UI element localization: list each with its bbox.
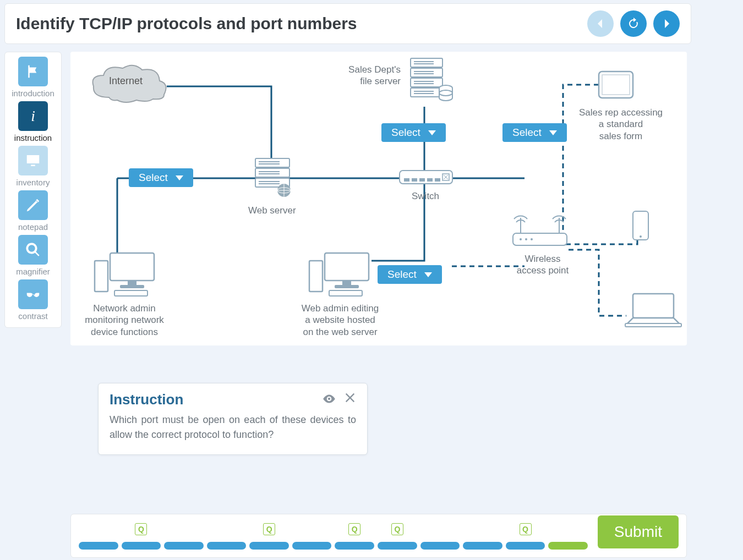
admin-pc-icon bbox=[92, 250, 159, 301]
chevron-down-icon bbox=[428, 130, 436, 135]
question-marker: Q bbox=[263, 523, 275, 535]
select-dropdown-2[interactable]: Select bbox=[381, 123, 446, 142]
svg-rect-53 bbox=[114, 290, 147, 296]
chevron-left-icon bbox=[594, 17, 607, 30]
instruction-body: Which port must be open on each of these… bbox=[110, 413, 356, 442]
internet-label: Internet bbox=[109, 75, 143, 87]
web-admin-label: Web admin editinga website hostedon the … bbox=[291, 303, 390, 338]
progress-pill bbox=[548, 542, 588, 550]
progress-segment[interactable] bbox=[548, 525, 588, 550]
tablet-icon bbox=[597, 69, 635, 102]
svg-point-46 bbox=[640, 235, 642, 238]
web-server-icon bbox=[252, 156, 296, 202]
svg-rect-49 bbox=[110, 253, 154, 281]
chevron-down-icon bbox=[424, 272, 432, 277]
svg-rect-1 bbox=[255, 158, 289, 167]
sidebar-item-label: introduction bbox=[12, 89, 54, 98]
svg-rect-30 bbox=[412, 178, 417, 182]
footer: QQQQQ Submit bbox=[70, 514, 687, 558]
progress-pill bbox=[292, 542, 332, 550]
flag-icon bbox=[25, 63, 41, 80]
svg-rect-31 bbox=[419, 178, 425, 182]
sidebar-item-label: contrast bbox=[18, 311, 47, 321]
progress-segment[interactable]: Q bbox=[378, 525, 417, 550]
progress-pill bbox=[378, 542, 417, 550]
progress-segment[interactable]: Q bbox=[122, 525, 161, 550]
svg-rect-32 bbox=[427, 178, 433, 182]
progress-segment[interactable]: Q bbox=[506, 525, 545, 550]
back-button[interactable] bbox=[587, 10, 614, 37]
wireless-ap-icon bbox=[510, 211, 570, 257]
progress-pill bbox=[335, 542, 374, 550]
svg-rect-48 bbox=[625, 323, 681, 327]
progress-segment[interactable] bbox=[463, 525, 502, 550]
pencil-icon bbox=[25, 197, 41, 213]
sidebar-item-label: inventory bbox=[17, 178, 50, 187]
progress-segment[interactable] bbox=[164, 525, 204, 550]
svg-rect-51 bbox=[120, 285, 144, 288]
sidebar-item-inventory[interactable]: inventory bbox=[5, 146, 61, 187]
question-marker: Q bbox=[348, 523, 360, 535]
sidebar-item-label: instruction bbox=[14, 133, 52, 142]
switch-label: Switch bbox=[412, 190, 439, 202]
svg-rect-29 bbox=[404, 178, 409, 182]
progress-pill bbox=[79, 542, 118, 550]
svg-rect-17 bbox=[411, 88, 442, 97]
web-server-label: Web server bbox=[248, 205, 296, 216]
sidebar-item-magnifier[interactable]: magnifier bbox=[5, 235, 61, 276]
glasses-icon bbox=[25, 286, 41, 303]
svg-rect-28 bbox=[400, 171, 452, 184]
progress-segment[interactable] bbox=[420, 525, 460, 550]
submit-button[interactable]: Submit bbox=[598, 515, 679, 548]
progress-pill bbox=[420, 542, 460, 550]
svg-rect-33 bbox=[435, 178, 440, 182]
sidebar-item-introduction[interactable]: introduction bbox=[5, 57, 61, 98]
svg-rect-16 bbox=[411, 78, 442, 87]
info-icon: i bbox=[25, 108, 41, 124]
refresh-button[interactable] bbox=[620, 10, 647, 37]
progress-pill bbox=[249, 542, 289, 550]
progress-segment[interactable] bbox=[207, 525, 247, 550]
svg-rect-52 bbox=[95, 261, 108, 292]
sidebar-item-contrast[interactable]: contrast bbox=[5, 279, 61, 321]
switch-icon bbox=[398, 167, 454, 191]
svg-rect-50 bbox=[128, 281, 136, 285]
svg-rect-47 bbox=[633, 294, 674, 318]
refresh-icon bbox=[627, 17, 640, 30]
close-icon[interactable] bbox=[344, 392, 356, 408]
eye-icon[interactable] bbox=[322, 392, 336, 408]
sales-rep-label: Sales rep accessinga standardsales form bbox=[571, 107, 670, 142]
monitor-icon bbox=[25, 152, 41, 169]
svg-rect-55 bbox=[342, 281, 351, 285]
question-marker: Q bbox=[135, 523, 147, 535]
svg-rect-58 bbox=[329, 290, 362, 296]
file-server-icon bbox=[406, 56, 456, 110]
question-marker: Q bbox=[391, 523, 403, 535]
select-dropdown-1[interactable]: Select bbox=[129, 168, 193, 187]
sidebar-item-instruction[interactable]: i instruction bbox=[5, 101, 61, 142]
progress-segment[interactable]: Q bbox=[335, 525, 374, 550]
progress-segment[interactable] bbox=[79, 525, 118, 550]
phone-icon bbox=[631, 210, 651, 243]
sidebar-item-label: magnifier bbox=[16, 267, 50, 276]
page-title: Identify TCP/IP protocols and port numbe… bbox=[16, 14, 357, 33]
progress-pill bbox=[164, 542, 204, 550]
select-dropdown-4[interactable]: Select bbox=[378, 265, 442, 284]
progress-segment[interactable]: Q bbox=[249, 525, 289, 550]
progress-pill bbox=[122, 542, 161, 550]
instruction-panel: Instruction Which port must be open on e… bbox=[98, 383, 368, 455]
magnifier-icon bbox=[25, 241, 41, 258]
svg-point-40 bbox=[520, 238, 522, 240]
svg-rect-44 bbox=[602, 75, 630, 95]
progress-segment[interactable] bbox=[292, 525, 332, 550]
laptop-icon bbox=[623, 292, 684, 331]
sidebar: introduction i instruction inventory not… bbox=[4, 52, 62, 328]
progress-pill bbox=[506, 542, 545, 550]
svg-rect-2 bbox=[255, 168, 289, 177]
select-dropdown-3[interactable]: Select bbox=[502, 123, 567, 142]
sidebar-item-label: notepad bbox=[18, 222, 48, 232]
svg-rect-15 bbox=[411, 68, 442, 77]
sidebar-item-notepad[interactable]: notepad bbox=[5, 190, 61, 232]
progress-pill bbox=[463, 542, 502, 550]
forward-button[interactable] bbox=[653, 10, 680, 37]
